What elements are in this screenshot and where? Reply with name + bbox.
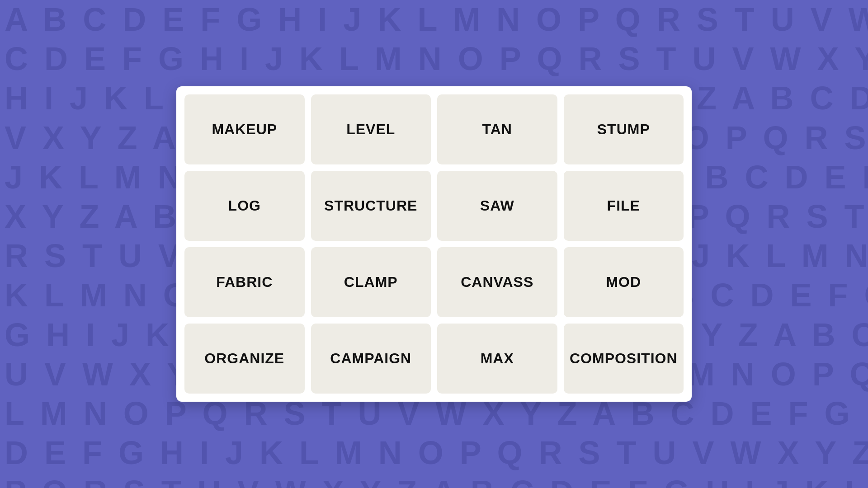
word-card-label: STRUCTURE (324, 197, 417, 214)
word-card[interactable]: COMPOSITION (564, 324, 684, 394)
word-card-label: MOD (606, 274, 641, 291)
word-card[interactable]: TAN (437, 94, 557, 164)
word-card[interactable]: STUMP (564, 94, 684, 164)
word-grid: MAKEUPLEVELTANSTUMPLOGSTRUCTURESAWFILEFA… (184, 94, 684, 394)
word-card-label: CLAMP (344, 274, 398, 291)
word-card[interactable]: CAMPAIGN (311, 324, 431, 394)
word-card[interactable]: ORGANIZE (184, 324, 305, 394)
word-card-label: FABRIC (216, 274, 273, 291)
word-card-label: FILE (607, 197, 640, 214)
bg-letter-row: A B C D E F G H I J K L M N O P Q R S T … (0, 0, 868, 39)
card-container: MAKEUPLEVELTANSTUMPLOGSTRUCTURESAWFILEFA… (176, 86, 692, 402)
word-card-label: MAKEUP (212, 121, 277, 138)
word-card-label: LOG (228, 197, 261, 214)
bg-letter-row: P Q R S T U V W X Y Z A B C D E F G H I … (0, 473, 868, 488)
word-card[interactable]: MAX (437, 324, 557, 394)
bg-letter-row: C D E F G H I J K L M N O P Q R S T U V … (0, 39, 868, 79)
word-card[interactable]: MAKEUP (184, 94, 305, 164)
word-card-label: TAN (482, 121, 512, 138)
word-card[interactable]: FABRIC (184, 247, 305, 317)
word-card-label: CAMPAIGN (330, 350, 411, 367)
word-card[interactable]: LEVEL (311, 94, 431, 164)
word-card[interactable]: MOD (564, 247, 684, 317)
word-card[interactable]: STRUCTURE (311, 171, 431, 241)
word-card[interactable]: LOG (184, 171, 305, 241)
word-card-label: STUMP (597, 121, 650, 138)
word-card-label: LEVEL (346, 121, 395, 138)
word-card[interactable]: FILE (564, 171, 684, 241)
word-card[interactable]: SAW (437, 171, 557, 241)
bg-letter-row: D E F G H I J K L M N O P Q R S T U V W … (0, 433, 868, 473)
word-card-label: ORGANIZE (204, 350, 284, 367)
word-card-label: SAW (480, 197, 514, 214)
word-card[interactable]: CLAMP (311, 247, 431, 317)
word-card[interactable]: CANVASS (437, 247, 557, 317)
word-card-label: CANVASS (461, 274, 533, 291)
word-card-label: COMPOSITION (570, 350, 678, 367)
word-card-label: MAX (481, 350, 514, 367)
